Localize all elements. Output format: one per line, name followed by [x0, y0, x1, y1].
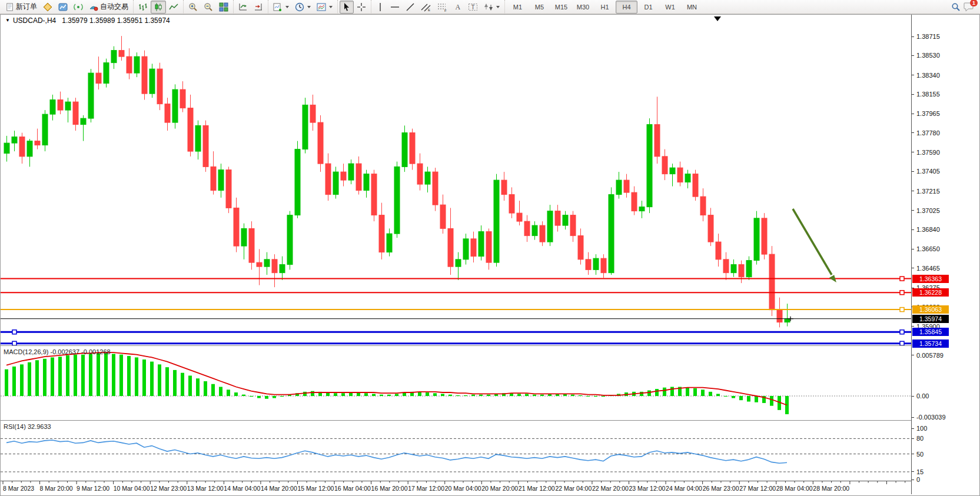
- time-tick-label: 28 Mar 20:00: [813, 485, 849, 492]
- timeframe-m15[interactable]: M15: [550, 1, 572, 14]
- rsi-pane[interactable]: RSI(14) 32.9633: [1, 422, 911, 481]
- search-button[interactable]: [948, 1, 964, 14]
- macd-bar: [540, 395, 544, 396]
- crosshair-button[interactable]: [354, 1, 369, 14]
- new-order-button[interactable]: 新订单: [3, 1, 40, 14]
- price-tick: 1.38340: [912, 72, 940, 79]
- macd-pane[interactable]: MACD(12,26,9) -0.002637 -0.001268: [1, 347, 911, 420]
- timeframe-w1[interactable]: W1: [659, 1, 681, 14]
- macd-bar: [280, 396, 284, 397]
- level-handle: [900, 277, 904, 281]
- autotrade-button[interactable]: 自动交易: [86, 1, 131, 14]
- vertical-line-button[interactable]: [373, 1, 387, 14]
- chart-window: ▼USDCAD-,H41.35979 1.35989 1.35951 1.359…: [0, 14, 980, 496]
- timeframe-m5[interactable]: M5: [529, 1, 550, 14]
- candle-body: [356, 164, 361, 191]
- timeframe-m30[interactable]: M30: [572, 1, 594, 14]
- price-axis[interactable]: 1.387151.385301.383401.381551.379651.377…: [911, 15, 978, 494]
- timeframe-mn[interactable]: MN: [681, 1, 703, 14]
- zoom-in-button[interactable]: [185, 1, 201, 14]
- horizontal-line-button[interactable]: [387, 1, 403, 14]
- bars-chart-icon: [138, 2, 148, 12]
- macd-pane-svg[interactable]: [1, 347, 911, 420]
- fibonacci-button[interactable]: F: [434, 1, 451, 14]
- toolbar-group-new: [268, 0, 337, 14]
- candle-body: [754, 218, 759, 261]
- candle-body: [119, 51, 124, 57]
- candles-chart-button[interactable]: [151, 1, 166, 14]
- candle-body: [433, 172, 438, 205]
- level-handle: [900, 341, 904, 345]
- svg-text:A: A: [456, 3, 461, 11]
- candle-body: [547, 211, 553, 242]
- new-chart-button[interactable]: [270, 1, 292, 14]
- macd-bar: [655, 389, 659, 396]
- candle-body: [693, 174, 698, 197]
- macd-bar: [204, 381, 207, 396]
- arrows-tool-button[interactable]: [481, 1, 503, 14]
- chat-button[interactable]: 1: [964, 2, 974, 12]
- timeframe-h1[interactable]: H1: [594, 1, 616, 14]
- price-tick: 1.38715: [912, 33, 940, 40]
- chart-shift-button[interactable]: [251, 1, 266, 14]
- bars-chart-button[interactable]: [135, 1, 151, 14]
- macd-bar: [311, 391, 314, 396]
- equidistant-channel-button[interactable]: E: [418, 1, 434, 14]
- candle-body: [387, 234, 392, 252]
- templates-caret: [329, 6, 333, 8]
- timeframe-m1[interactable]: M1: [507, 1, 529, 14]
- toolbar-group-cursor: [337, 0, 371, 14]
- rsi-pane-svg[interactable]: [1, 422, 911, 481]
- macd-bar: [257, 396, 261, 398]
- time-axis[interactable]: 8 Mar 20238 Mar 20:009 Mar 12:0010 Mar 0…: [1, 481, 911, 494]
- macd-bar: [739, 396, 743, 400]
- macd-bar: [58, 357, 62, 396]
- tile-windows-button[interactable]: [216, 1, 231, 14]
- timeframe-d1[interactable]: D1: [637, 1, 659, 14]
- macd-bar: [74, 355, 77, 396]
- time-tick-label: 13 Mar 12:00: [187, 485, 224, 492]
- text-button[interactable]: A: [451, 1, 465, 14]
- macd-bar: [35, 360, 39, 396]
- macd-bar: [732, 396, 735, 398]
- timeframe-w1-label: W1: [665, 4, 675, 11]
- symbol-dropdown-icon[interactable]: ▼: [5, 18, 10, 23]
- time-tick-label: 15 Mar 12:00: [297, 485, 334, 492]
- macd-bar: [303, 392, 307, 396]
- candle-body: [272, 259, 277, 273]
- macd-bar: [586, 396, 590, 397]
- candle-body: [532, 225, 537, 236]
- candle-body: [524, 221, 530, 236]
- chart-shift-icon: [254, 2, 263, 12]
- macd-bar: [525, 394, 529, 396]
- timeframe-h4[interactable]: H4: [616, 1, 637, 14]
- toolbar-group-zoom: [183, 0, 233, 14]
- rsi-tick: 15: [912, 468, 923, 475]
- periods-button[interactable]: [292, 1, 314, 14]
- trendline-button[interactable]: [403, 1, 418, 14]
- trend-arrow: [793, 209, 832, 275]
- macd-bar: [142, 359, 146, 396]
- candle-body: [58, 100, 63, 111]
- label-button[interactable]: T: [465, 1, 481, 14]
- line-chart-button[interactable]: [166, 1, 181, 14]
- auto-scroll-button[interactable]: [235, 1, 251, 14]
- vertical-line-icon: [376, 2, 384, 12]
- templates-button[interactable]: [314, 1, 335, 14]
- candle-body: [769, 254, 775, 310]
- macd-bar: [456, 395, 460, 396]
- candle-body: [501, 180, 507, 195]
- candle-body: [662, 157, 667, 174]
- candle-body: [211, 167, 216, 190]
- cursor-button[interactable]: [340, 1, 354, 14]
- signals-button[interactable]: [71, 1, 86, 14]
- label-icon: T: [468, 2, 478, 12]
- macd-bar: [686, 388, 689, 396]
- metaquotes-button[interactable]: [40, 1, 55, 14]
- candle-body: [318, 122, 323, 164]
- candle-body: [540, 225, 545, 242]
- market-watch-button[interactable]: [55, 1, 71, 14]
- price-pane-svg[interactable]: [1, 15, 911, 345]
- price-pane[interactable]: [1, 15, 911, 345]
- zoom-out-button[interactable]: [201, 1, 216, 14]
